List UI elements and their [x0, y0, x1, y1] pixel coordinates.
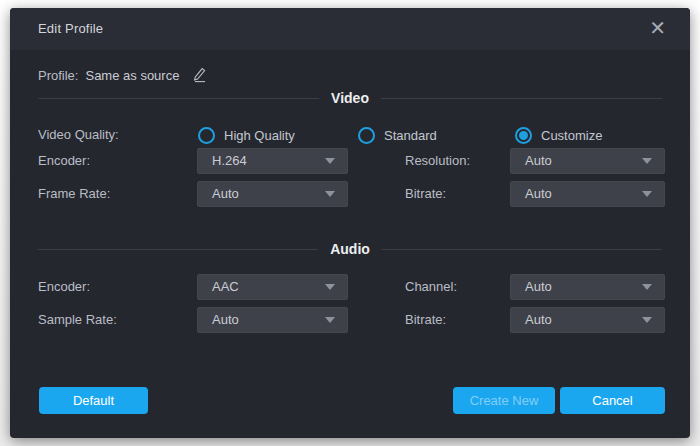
audio-bitrate-dropdown[interactable]: Auto [510, 307, 665, 333]
create-new-button[interactable]: Create New [453, 387, 555, 414]
channel-dropdown[interactable]: Auto [510, 274, 665, 300]
radio-circle-icon [198, 127, 215, 144]
channel-label: Channel: [405, 274, 457, 300]
dropdown-value: Auto [525, 149, 552, 173]
default-button[interactable]: Default [39, 387, 148, 414]
chevron-down-icon [325, 191, 335, 197]
dropdown-value: Auto [525, 275, 552, 299]
chevron-down-icon [325, 284, 335, 290]
audio-row-1: Encoder: AAC Channel: Auto [10, 274, 690, 300]
radio-circle-icon [515, 127, 532, 144]
frame-rate-dropdown[interactable]: Auto [197, 181, 348, 207]
profile-row: Profile: Same as source [38, 64, 208, 86]
dropdown-value: Auto [525, 308, 552, 332]
radio-label: Standard [384, 128, 437, 143]
profile-name-value: Same as source [85, 68, 179, 83]
audio-section-header: Audio [38, 240, 662, 258]
radio-customize[interactable]: Customize [515, 124, 602, 146]
edit-profile-dialog: Edit Profile ✕ Profile: Same as source V… [10, 8, 690, 438]
video-bitrate-label: Bitrate: [405, 181, 446, 207]
audio-bitrate-label: Bitrate: [405, 307, 446, 333]
edit-pencil-icon[interactable] [192, 67, 208, 83]
radio-label: Customize [541, 128, 602, 143]
chevron-down-icon [642, 158, 652, 164]
video-bitrate-dropdown[interactable]: Auto [510, 181, 665, 207]
divider-line [381, 98, 662, 99]
divider-line [382, 249, 662, 250]
divider-line [38, 98, 319, 99]
radio-standard[interactable]: Standard [358, 124, 437, 146]
audio-section-title: Audio [318, 241, 382, 257]
chevron-down-icon [642, 284, 652, 290]
video-row-2: Frame Rate: Auto Bitrate: Auto [10, 181, 690, 207]
divider-line [38, 249, 318, 250]
chevron-down-icon [642, 317, 652, 323]
video-section-header: Video [38, 89, 662, 107]
dropdown-value: Auto [525, 182, 552, 206]
dropdown-value: H.264 [212, 149, 247, 173]
sample-rate-dropdown[interactable]: Auto [197, 307, 348, 333]
dialog-title: Edit Profile [38, 8, 103, 50]
audio-encoder-label: Encoder: [38, 274, 90, 300]
audio-encoder-dropdown[interactable]: AAC [197, 274, 348, 300]
chevron-down-icon [325, 317, 335, 323]
dropdown-value: AAC [212, 275, 239, 299]
radio-circle-icon [358, 127, 375, 144]
video-encoder-dropdown[interactable]: H.264 [197, 148, 348, 174]
radio-label: High Quality [224, 128, 295, 143]
close-icon[interactable]: ✕ [645, 8, 670, 50]
profile-label: Profile: [38, 68, 78, 83]
video-quality-row: Video Quality: High Quality Standard Cus… [10, 124, 690, 146]
video-encoder-label: Encoder: [38, 148, 90, 174]
resolution-label: Resolution: [405, 148, 470, 174]
cancel-button[interactable]: Cancel [560, 387, 665, 414]
video-row-1: Encoder: H.264 Resolution: Auto [10, 148, 690, 174]
chevron-down-icon [325, 158, 335, 164]
chevron-down-icon [642, 191, 652, 197]
audio-row-2: Sample Rate: Auto Bitrate: Auto [10, 307, 690, 333]
title-bar: Edit Profile ✕ [10, 8, 690, 50]
resolution-dropdown[interactable]: Auto [510, 148, 665, 174]
dropdown-value: Auto [212, 308, 239, 332]
video-section-title: Video [319, 90, 381, 106]
video-quality-label: Video Quality: [38, 124, 119, 146]
frame-rate-label: Frame Rate: [38, 181, 110, 207]
sample-rate-label: Sample Rate: [38, 307, 117, 333]
dropdown-value: Auto [212, 182, 239, 206]
radio-high-quality[interactable]: High Quality [198, 124, 295, 146]
